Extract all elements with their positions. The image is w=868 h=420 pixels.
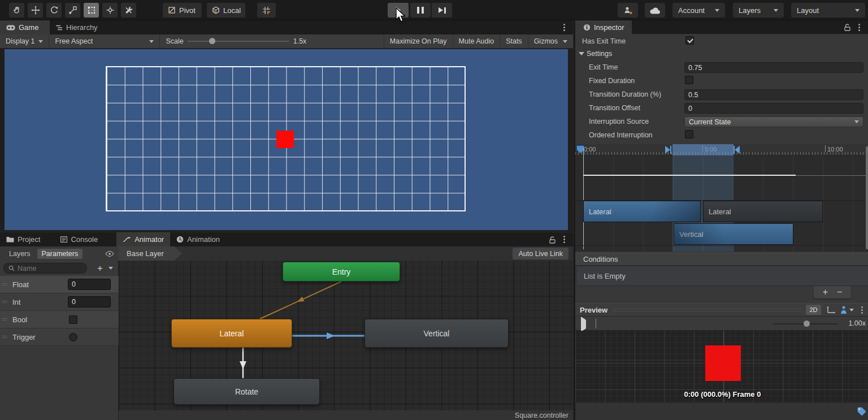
timeline-bar-lateral-selected[interactable]: Lateral — [583, 201, 701, 222]
ordered-interruption-checkbox[interactable] — [685, 130, 693, 138]
plus-icon[interactable]: + — [823, 288, 828, 297]
lock-icon[interactable] — [549, 236, 556, 244]
interruption-source-dropdown[interactable]: Current State — [684, 116, 863, 127]
maximize-on-play-toggle[interactable]: Maximize On Play — [384, 34, 453, 48]
state-node-lateral[interactable]: Lateral — [171, 319, 292, 348]
parameter-trigger-radio[interactable] — [69, 333, 77, 341]
tab-game[interactable]: Game — [0, 20, 50, 34]
rotate-tool-button[interactable] — [46, 3, 62, 18]
animator-panel-menu-button[interactable] — [559, 232, 568, 246]
move-tool-button[interactable] — [28, 3, 43, 18]
local-toggle-button[interactable]: Local — [207, 3, 245, 18]
breadcrumb-base-layer[interactable]: Base Layer — [119, 246, 182, 261]
axis-gizmo-icon[interactable] — [826, 306, 836, 314]
preview-play-button[interactable] — [581, 320, 586, 328]
scale-slider[interactable] — [188, 41, 289, 42]
rect-tool-button[interactable] — [84, 3, 99, 18]
timeline-scrollbar[interactable] — [866, 146, 868, 249]
exit-time-field[interactable] — [684, 62, 863, 73]
has-exit-time-checkbox[interactable] — [685, 36, 694, 45]
mute-audio-toggle[interactable]: Mute Audio — [453, 34, 500, 48]
animator-graph-canvas[interactable]: Entry Lateral Vertical Rotate Square.con… — [119, 261, 573, 420]
search-input[interactable] — [18, 265, 74, 272]
state-node-vertical[interactable]: Vertical — [364, 319, 509, 348]
layers-dropdown[interactable]: Layers — [733, 3, 784, 18]
account-dropdown[interactable]: Account — [672, 3, 725, 18]
rotate-tool-icon — [50, 6, 59, 15]
collab-button[interactable] — [618, 3, 638, 18]
aspect-dropdown[interactable]: Free Aspect — [49, 34, 159, 48]
scale-slider-handle[interactable] — [209, 38, 215, 44]
preview-avatar-selector[interactable] — [840, 306, 854, 314]
state-node-entry[interactable]: Entry — [283, 262, 400, 282]
parameters-toggle[interactable]: Parameters — [37, 249, 83, 259]
state-node-rotate[interactable]: Rotate — [173, 378, 320, 405]
timeline-bar-lateral-next[interactable]: Lateral — [703, 201, 823, 222]
parameter-row-trigger[interactable]: Trigger — [0, 328, 119, 346]
tab-hierarchy[interactable]: Hierarchy — [50, 20, 104, 34]
preview-scrub-handle[interactable] — [596, 319, 596, 328]
drag-handle-icon — [2, 336, 7, 338]
transition-timeline[interactable]: 0:00 5:00 10:00 Lateral Lateral — [575, 144, 868, 252]
preview-header[interactable]: Preview 2D — [575, 303, 868, 317]
fixed-duration-checkbox[interactable] — [685, 76, 693, 84]
transition-start-marker-icon[interactable] — [665, 146, 671, 154]
tab-inspector[interactable]: Inspector — [575, 20, 632, 34]
dropdown-arrow-icon — [855, 9, 860, 12]
step-button[interactable] — [432, 3, 452, 18]
custom-tool-icon — [124, 6, 133, 15]
conditions-list[interactable]: List is Empty — [576, 266, 868, 286]
parameter-row-bool[interactable]: Bool — [0, 311, 119, 328]
gizmos-dropdown[interactable]: Gizmos — [528, 34, 573, 48]
preview-speed-slider[interactable] — [772, 323, 838, 324]
parameter-row-int[interactable]: Int — [0, 293, 119, 311]
stats-toggle[interactable]: Stats — [500, 34, 528, 48]
tab-animator[interactable]: Animator — [116, 232, 170, 246]
layout-dropdown[interactable]: Layout — [791, 3, 865, 18]
display-dropdown[interactable]: Display 1 — [0, 34, 49, 48]
preview-2d-button[interactable]: 2D — [806, 305, 821, 315]
parameter-int-value[interactable] — [68, 296, 111, 308]
tab-project[interactable]: Project — [0, 232, 46, 246]
game-panel-menu-button[interactable] — [559, 20, 568, 34]
eye-icon[interactable] — [105, 251, 114, 257]
parameter-float-value[interactable] — [68, 279, 111, 290]
tick-label: 10:00 — [827, 146, 843, 153]
parameter-row-float[interactable]: Float — [0, 276, 119, 293]
transition-duration-field[interactable] — [684, 89, 863, 100]
game-viewport[interactable] — [5, 49, 568, 230]
lock-icon[interactable] — [844, 23, 851, 31]
custom-tool-button[interactable] — [121, 3, 136, 18]
add-parameter-arrow-icon[interactable] — [108, 267, 113, 270]
collab-icon — [622, 6, 633, 15]
parameter-bool-checkbox[interactable] — [69, 315, 77, 324]
pause-button[interactable] — [410, 3, 431, 18]
parameter-search-input[interactable] — [3, 263, 87, 274]
settings-foldout-label[interactable]: Settings — [587, 50, 612, 58]
local-icon — [212, 6, 220, 14]
hand-tool-button[interactable] — [9, 3, 24, 18]
add-parameter-button[interactable]: + — [97, 263, 103, 273]
preview-menu-button[interactable] — [858, 304, 865, 316]
grid-snap-button[interactable] — [257, 3, 276, 18]
preview-speed-handle[interactable] — [804, 321, 810, 327]
transition-offset-field[interactable] — [684, 103, 863, 114]
minus-icon[interactable]: − — [837, 288, 842, 297]
transition-end-marker-icon[interactable] — [734, 146, 740, 154]
cloud-button[interactable] — [645, 3, 665, 18]
scale-tool-button[interactable] — [65, 3, 80, 18]
play-button[interactable] — [388, 3, 409, 18]
parameter-name: Bool — [12, 315, 27, 324]
layers-toggle[interactable]: Layers — [5, 249, 35, 259]
preview-viewport[interactable]: 0:00 (000.0%) Frame 0 — [575, 331, 868, 402]
foldout-arrow-icon[interactable] — [579, 52, 584, 55]
pivot-toggle-button[interactable]: Pivot — [163, 3, 202, 18]
tag-icon[interactable] — [857, 406, 866, 416]
transform-tool-button[interactable] — [102, 3, 118, 18]
preview-drag-handle[interactable] — [612, 309, 801, 311]
tab-animation[interactable]: Animation — [170, 232, 226, 246]
auto-live-link-button[interactable]: Auto Live Link — [513, 248, 568, 259]
inspector-menu-button[interactable] — [854, 20, 863, 34]
tab-console[interactable]: Console — [54, 232, 104, 246]
timeline-bar-vertical[interactable]: Vertical — [674, 223, 793, 245]
